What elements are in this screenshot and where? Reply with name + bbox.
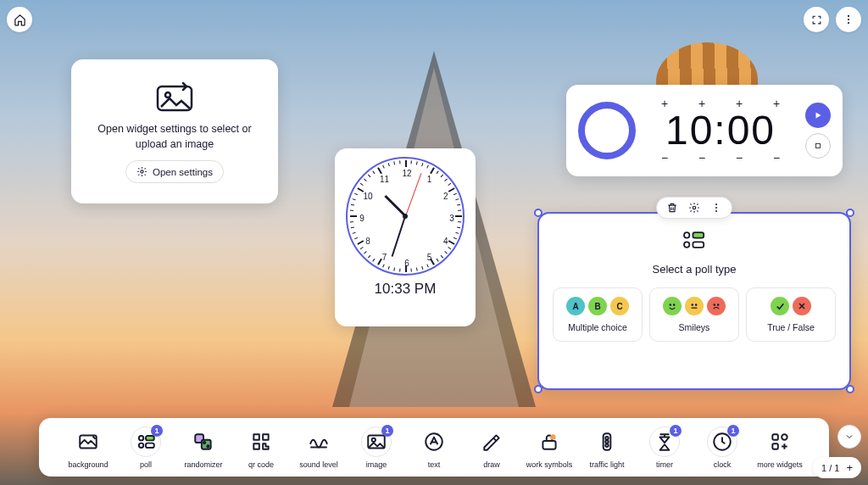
tool-draw[interactable]: draw [471,426,512,470]
tool-label: poll [140,461,152,470]
more-button[interactable] [836,7,861,32]
timer-play-button[interactable] [805,103,831,128]
timer-minus-1[interactable]: − [654,151,675,164]
svg-point-40 [605,440,608,443]
poll-title: Select a poll type [652,263,736,276]
tool-more-widgets[interactable]: more widgets [760,426,800,470]
poll-letter-icon: B [588,297,607,315]
svg-rect-24 [146,436,154,440]
tool-label: text [428,461,441,470]
svg-point-29 [207,445,209,447]
fullscreen-button[interactable] [804,7,829,32]
timer-progress-ring [578,102,636,159]
background-icon [77,431,99,453]
svg-rect-31 [263,434,269,440]
svg-point-44 [782,434,787,440]
tool-clock[interactable]: 1clock [702,426,743,470]
clock-number: 9 [359,214,364,223]
smiley-sad-icon [707,297,726,315]
svg-point-10 [715,210,717,212]
tool-label: qr code [248,461,274,470]
poll-option-label: Smileys [679,322,710,332]
open-settings-button[interactable]: Open settings [125,160,224,183]
tool-label: image [366,461,387,470]
resize-handle-br[interactable] [846,385,854,393]
clock-number: 1 [427,175,432,184]
poll-option-true-false[interactable]: True / False [746,287,836,342]
toolbar-collapse-button[interactable] [837,425,861,449]
add-page-button[interactable]: + [846,461,853,474]
selection-toolbar [656,197,732,219]
page-current: 1 / 1 [821,463,839,473]
widget-settings-button[interactable] [688,202,700,214]
tool-label: sound level [299,461,338,470]
canvas[interactable]: Open widget settings to select or upload… [0,0,868,485]
tool-sound-level[interactable]: sound level [298,426,339,470]
clock-widget[interactable]: 121234567891011 10:33 PM [335,148,476,326]
timer-stop-button[interactable] [805,133,831,159]
tool-work-symbols[interactable]: work symbols [529,426,570,470]
tool-background[interactable]: background [68,426,108,470]
clock-number: 10 [364,191,373,200]
clock-number: 8 [365,236,370,245]
svg-point-39 [605,437,608,439]
timer-minus-4[interactable]: − [766,151,787,164]
home-button[interactable] [7,7,32,32]
svg-point-15 [670,304,670,305]
tool-randomizer[interactable]: randomizer [183,426,224,470]
svg-point-11 [684,232,689,237]
smiley-neutral-icon [685,297,704,315]
draw-icon [481,431,503,453]
resize-handle-tr[interactable] [846,209,854,217]
resize-handle-bl[interactable] [534,385,542,393]
svg-rect-36 [542,441,555,449]
widget-more-button[interactable] [710,202,722,214]
clock-number: 12 [402,169,411,178]
timer-widget[interactable]: + + + + 10:00 − − − − [566,85,843,176]
clock-number: 2 [443,191,448,200]
tool-label: traffic light [590,461,625,470]
tool-qr-code[interactable]: qr code [241,426,281,470]
tool-label: draw [483,461,500,470]
svg-point-17 [692,304,693,305]
svg-point-8 [715,203,717,205]
resize-handle-tl[interactable] [534,209,542,217]
tool-traffic-light[interactable]: traffic light [587,426,627,470]
tool-timer[interactable]: 1timer [644,426,685,470]
widget-toolbar: background1pollrandomizerqr codesound le… [39,418,829,477]
svg-point-22 [139,436,143,440]
sound-level-icon [308,431,330,453]
svg-point-16 [673,304,674,305]
poll-option-multiple-choice[interactable]: ABCMultiple choice [553,287,643,342]
dots-vertical-icon [843,14,854,25]
randomizer-icon [192,431,214,453]
tool-poll[interactable]: 1poll [125,426,166,470]
delete-button[interactable] [666,202,678,214]
poll-letter-icon: C [610,297,629,315]
timer-decrement-row: − − − − [646,151,795,164]
svg-point-4 [165,92,170,98]
svg-point-1 [848,19,849,20]
tool-badge: 1 [151,425,163,437]
timer-minus-3[interactable]: − [729,151,749,164]
second-hand [405,173,421,216]
clock-time-text: 10:33 PM [375,281,437,298]
cross-icon [793,297,811,315]
timer-display: 10:00 [646,110,795,151]
more-widgets-icon [769,431,791,453]
minute-hand [392,216,406,257]
poll-option-smileys[interactable]: Smileys [649,287,739,342]
svg-rect-25 [146,443,154,448]
svg-point-2 [848,22,849,24]
image-widget[interactable]: Open widget settings to select or upload… [71,59,278,203]
svg-point-23 [139,443,143,448]
tool-image[interactable]: 1image [356,426,397,470]
poll-type-icon [681,229,708,251]
poll-widget[interactable]: Select a poll type ABCMultiple choiceSmi… [537,212,851,390]
clock-number: 3 [449,214,454,223]
play-icon [813,110,823,120]
timer-minus-2[interactable]: − [692,151,712,164]
tool-text[interactable]: text [414,426,454,470]
tool-label: timer [656,461,673,470]
svg-point-5 [141,170,143,173]
